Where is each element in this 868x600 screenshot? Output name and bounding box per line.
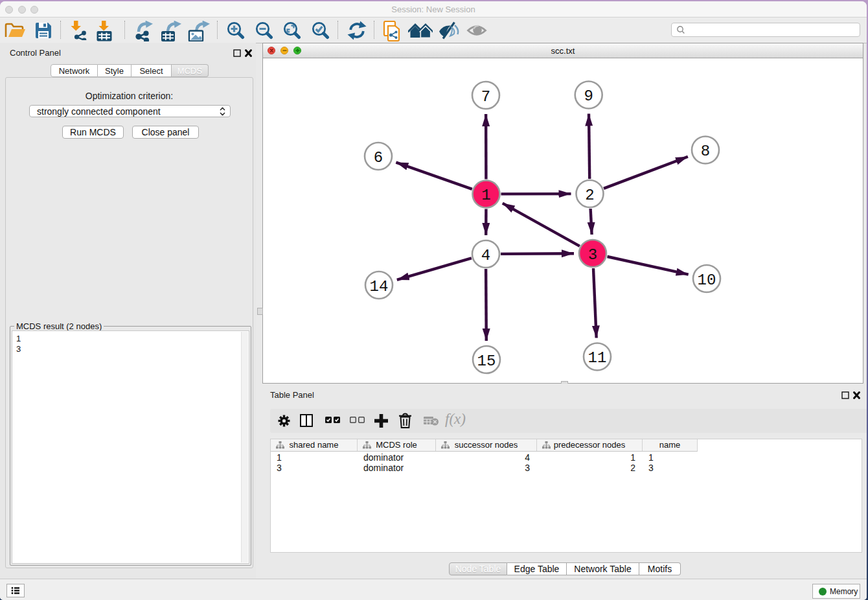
svg-text:10: 10 <box>698 271 716 289</box>
svg-text:11: 11 <box>588 349 607 367</box>
svg-text:3: 3 <box>588 246 597 264</box>
svg-text:2: 2 <box>585 187 594 204</box>
svg-text:4: 4 <box>481 247 490 264</box>
svg-text:8: 8 <box>701 143 710 160</box>
svg-text:6: 6 <box>374 149 383 167</box>
svg-text:9: 9 <box>584 87 593 105</box>
svg-text:14: 14 <box>370 278 389 295</box>
svg-text:15: 15 <box>477 352 496 370</box>
svg-text:1: 1 <box>481 187 490 204</box>
svg-text:7: 7 <box>481 88 490 106</box>
